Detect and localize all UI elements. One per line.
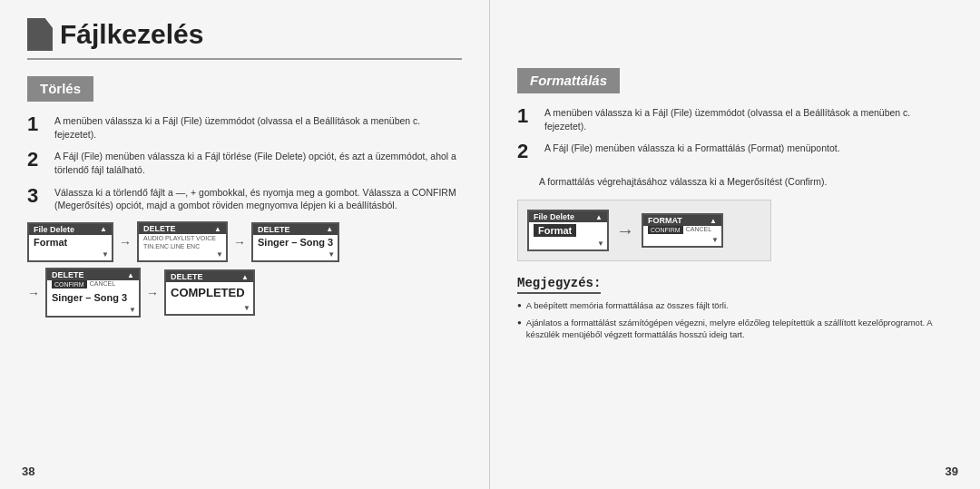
lcd-box-4: DELETE ▲ CONFIRM CANCEL Singer – Song 3 …: [45, 268, 141, 318]
lcd-box-1-body: Format: [29, 235, 112, 250]
diagram-row-2: → DELETE ▲ CONFIRM CANCEL Singer – Song …: [27, 268, 462, 318]
right-step-number-1: 1: [517, 104, 537, 128]
up-arrow-1: ▲: [100, 225, 107, 233]
diagram-area: File Delete ▲ Format ▼ → DELETE ▲: [27, 221, 462, 318]
step-text-3: Válassza ki a törlendő fájlt a —, + gomb…: [54, 186, 462, 212]
lcd-box-1-header: File Delete ▲: [29, 224, 112, 235]
step-3: 3 Válassza ki a törlendő fájlt a —, + go…: [27, 186, 462, 212]
format-arrow: →: [616, 220, 634, 241]
page-container: Fájlkezelés Törlés 1 A menüben válassza …: [0, 0, 980, 489]
format-lcd-box-2-header: FORMAT ▲: [643, 215, 721, 226]
arrow-1: →: [119, 235, 132, 249]
step-number-1: 1: [27, 112, 47, 136]
lcd-box-4-labels: CONFIRM CANCEL: [47, 280, 139, 290]
lcd-box-1-footer: ▼: [29, 250, 112, 260]
section-header-right: Formattálás: [517, 68, 620, 93]
format-lcd-box-1-body: Format: [529, 222, 607, 240]
lcd-box-4-body: Singer – Song 3: [47, 290, 139, 306]
section-header-left: Törlés: [27, 76, 93, 102]
page-number-left: 38: [22, 465, 34, 478]
step-number-3: 3: [27, 184, 47, 208]
right-step-2: 2 A Fájl (File) menüben válassza ki a Fo…: [517, 142, 953, 163]
section-title-left: Törlés: [40, 81, 81, 96]
right-step-text-2: A Fájl (File) menüben válassza ki a Form…: [544, 142, 840, 155]
format-lcd-box-1: File Delete ▲ Format ▼: [527, 210, 609, 251]
format-lcd-box-2: FORMAT ▲ CONFIRM CANCEL ▼: [642, 213, 723, 248]
lcd-box-4-header: DELETE ▲: [47, 269, 139, 280]
diagram-row-1: File Delete ▲ Format ▼ → DELETE ▲: [27, 221, 462, 262]
left-page: Fájlkezelés Törlés 1 A menüben válassza …: [0, 0, 490, 489]
file-icon: [27, 18, 53, 51]
chip-row-2: TIN.ENC LINE ENC: [139, 242, 226, 250]
lcd-box-3-body: Singer – Song 3: [253, 235, 338, 250]
lcd-box-5-header: DELETE ▲: [166, 271, 253, 282]
lcd-box-5-body: COMPLETED: [166, 282, 253, 304]
lcd-box-2-header: DELETE ▲: [139, 223, 226, 234]
page-number-right: 39: [946, 465, 958, 478]
arrow-2: →: [233, 235, 246, 249]
lcd-box-2: DELETE ▲ AUDIO PLAYLIST VOICE TIN.ENC LI…: [137, 221, 228, 262]
note-header: Megjegyzés:: [517, 276, 601, 294]
step-text-2: A Fájl (File) menüben válassza ki a Fájl…: [54, 150, 462, 176]
right-page: Formattálás 1 A menüben válassza ki a Fá…: [490, 0, 980, 489]
lcd-box-5: DELETE ▲ COMPLETED ▼: [164, 269, 255, 316]
right-step-number-2: 2: [517, 140, 537, 163]
right-step-1: 1 A menüben válassza ki a Fájl (File) üz…: [517, 106, 953, 132]
format-diagram: File Delete ▲ Format ▼ → FORMAT ▲ CONFI: [517, 200, 771, 261]
format-lcd-box-1-header: File Delete ▲: [529, 211, 607, 222]
step-text-1: A menüben válassza ki a Fájl (File) üzem…: [54, 114, 462, 141]
page-header: Fájlkezelés: [27, 18, 462, 60]
format-lcd-box-2-labels: CONFIRM CANCEL: [643, 226, 721, 236]
arrow-3: →: [27, 286, 40, 300]
right-step-text-2b: A formattálás végrehajtásához válassza k…: [539, 176, 827, 187]
right-step-text-1: A menüben válassza ki a Fájl (File) üzem…: [544, 106, 953, 132]
page-title: Fájlkezelés: [60, 19, 203, 50]
arrow-4: →: [146, 286, 159, 300]
section-title-right: Formattálás: [530, 73, 607, 88]
lcd-box-3: DELETE ▲ Singer – Song 3 ▼: [251, 222, 339, 262]
lcd-box-1: File Delete ▲ Format ▼: [27, 222, 113, 262]
note-section: Megjegyzés: A beépített memória formattá…: [517, 274, 953, 340]
lcd-box-3-header: DELETE ▲: [253, 224, 338, 235]
step-1: 1 A menüben válassza ki a Fájl (File) üz…: [27, 114, 462, 141]
note-bullet-2: Ajánlatos a formattálást számítógépen vé…: [517, 317, 953, 341]
chip-row: AUDIO PLAYLIST VOICE: [139, 234, 226, 242]
step-number-2: 2: [27, 148, 47, 171]
step-2: 2 A Fájl (File) menüben válassza ki a Fá…: [27, 150, 462, 176]
right-step-2b: A formattálás végrehajtásához válassza k…: [539, 172, 953, 189]
note-bullet-1: A beépített memória formattálása az össz…: [517, 299, 953, 311]
